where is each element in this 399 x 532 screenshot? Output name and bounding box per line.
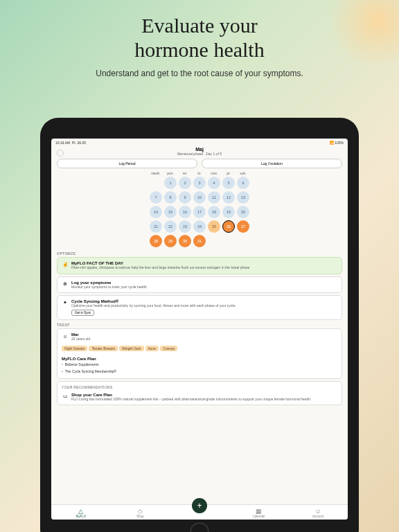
calendar-day[interactable]: 6	[237, 177, 249, 189]
cycle-sync-body: Optimize your health and productivity by…	[71, 303, 236, 308]
log-symptoms-card[interactable]: ⊕ Log your symptoms Monitor your symptom…	[57, 276, 342, 294]
person-icon: ☺	[62, 333, 69, 340]
calendar-day[interactable]: 18	[208, 206, 220, 218]
calendar-day[interactable]: 13	[237, 191, 249, 204]
symptom-tag[interactable]: Night Sweats	[62, 346, 87, 351]
log-ovulation-button[interactable]: Log Ovulation	[202, 159, 342, 168]
calendar-day[interactable]: 17	[193, 206, 206, 218]
symptom-tag[interactable]: Tender Breasts	[89, 346, 118, 351]
fab-add-button[interactable]: +	[192, 498, 207, 513]
phase-subtitle: Menstrual phase · Day 1 of 5	[66, 152, 332, 156]
symptom-tag[interactable]: Cramps	[160, 346, 178, 351]
section-treat: TREAT	[57, 323, 342, 327]
calendar-day	[208, 235, 220, 247]
calendar-day	[237, 235, 249, 247]
calendar-day[interactable]: 22	[164, 220, 177, 233]
shop-card[interactable]: YOUR RECOMMENDATIONS ▭ Shop your Care Pl…	[57, 381, 342, 405]
calendar-day[interactable]: 12	[222, 191, 235, 204]
calendar-day[interactable]: 30	[179, 235, 191, 247]
calendar-day[interactable]: 16	[179, 206, 191, 218]
get-in-sync-button[interactable]: Get in Sync	[71, 310, 94, 316]
careplan-item[interactable]: ▫The Cycle Syncing Membership®	[62, 368, 116, 375]
dow-label: wt.	[179, 171, 191, 175]
calendar-day[interactable]: 14	[150, 206, 162, 218]
section-optimize: OPTIMIZE	[57, 251, 342, 256]
dow-label: śr.	[193, 171, 206, 175]
dow-label: pon.	[164, 171, 177, 175]
calendar-day[interactable]: 31	[193, 235, 206, 247]
dow-label: czw.	[208, 171, 220, 175]
careplan-item[interactable]: ▫Balance Supplements	[62, 361, 116, 368]
dow-label: sob.	[237, 171, 249, 175]
profile-card: ☺ Mar 22 years old Night SweatsTender Br…	[57, 328, 342, 380]
dow-label: pt.	[222, 171, 235, 175]
calendar-day[interactable]: 29	[164, 235, 177, 247]
hero-subtitle: Understand and get to the root cause of …	[14, 69, 385, 78]
home-button[interactable]	[190, 522, 209, 532]
tablet-frame: 10:16 AM Pt. 26.05 📶 100% Maj Menstrual …	[40, 118, 359, 532]
calendar-day[interactable]: 15	[164, 206, 177, 218]
calendar-day	[222, 235, 235, 247]
cycle-sync-card[interactable]: ✦ Cycle Syncing Method® Optimize your he…	[57, 295, 342, 320]
calendar-day	[150, 177, 162, 189]
calendar-day[interactable]: 9	[179, 191, 191, 204]
tab-calendar[interactable]: ▦Calendar	[229, 508, 289, 518]
profile-age: 22 years old	[71, 337, 90, 342]
log-symptoms-body: Monitor your symptoms to track your cycl…	[71, 285, 148, 290]
symptom-tag[interactable]: Acne	[145, 346, 159, 351]
sync-icon: ✦	[62, 299, 69, 306]
tab-account[interactable]: ☺Account	[288, 508, 348, 518]
calendar-day[interactable]: 2	[179, 177, 191, 189]
calendar-day[interactable]: 11	[208, 191, 220, 204]
profile-avatar[interactable]	[57, 150, 64, 157]
fact-icon: ✌	[62, 261, 69, 268]
calendar-day[interactable]: 1	[164, 177, 177, 189]
calendar-day[interactable]: 19	[222, 206, 235, 218]
calendar-day[interactable]: 20	[237, 206, 249, 218]
calendar-day[interactable]: 4	[208, 177, 220, 189]
calendar-day[interactable]: 21	[150, 220, 162, 233]
calendar-day[interactable]: 3	[193, 177, 206, 189]
status-bar: 10:16 AM Pt. 26.05 📶 100%	[51, 139, 348, 147]
shop-icon: ▭	[62, 393, 69, 400]
dow-label: niedz.	[150, 171, 162, 175]
fact-card: ✌ MyFLO FACT OF THE DAY Fiber-rich apple…	[57, 257, 342, 274]
tab-bar: + △MyFLO◇Shop▦Calendar☺Account	[51, 504, 348, 520]
calendar-day[interactable]: 25	[208, 220, 220, 233]
recs-label: YOUR RECOMMENDATIONS	[62, 385, 112, 390]
app-screen: 10:16 AM Pt. 26.05 📶 100% Maj Menstrual …	[51, 139, 348, 520]
month-title: Maj	[66, 147, 332, 152]
calendar-day[interactable]: 10	[193, 191, 206, 204]
calendar-day[interactable]: 23	[179, 220, 191, 233]
tab-myflo[interactable]: △MyFLO	[51, 508, 111, 518]
calendar-day[interactable]: 7	[150, 191, 162, 204]
plus-icon: ⊕	[62, 281, 69, 287]
calendar-day[interactable]: 26	[222, 220, 235, 233]
fact-body: Fiber-rich apples, chickpeas & walnuts h…	[71, 265, 249, 270]
symptom-tag[interactable]: Weight Gain	[119, 346, 143, 351]
shop-body: FLO Living has formulated 100% natural s…	[71, 397, 311, 402]
calendar-day[interactable]: 5	[222, 177, 235, 189]
calendar-day[interactable]: 8	[164, 191, 177, 204]
calendar-day[interactable]: 27	[237, 220, 249, 233]
tab-shop[interactable]: ◇Shop	[111, 508, 170, 518]
calendar-day[interactable]: 28	[150, 235, 162, 247]
calendar-day[interactable]: 24	[193, 220, 206, 233]
calendar: niedz.pon.wt.śr.czw.pt.sob. 123456789101…	[57, 171, 342, 247]
log-period-button[interactable]: Log Period	[57, 159, 197, 168]
